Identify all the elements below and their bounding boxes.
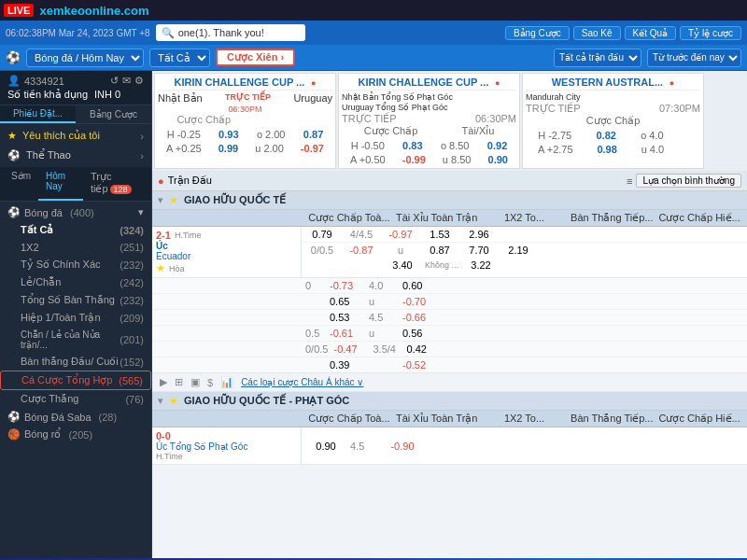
sao-ke-btn[interactable]: Sao Kê: [573, 26, 621, 40]
ket-qua-btn[interactable]: Kết Quả: [625, 26, 677, 40]
match-1-team1[interactable]: Úc: [156, 241, 297, 251]
sidebar-ban-thang[interactable]: Bàn thắng Đầu/ Cuối(152): [0, 353, 151, 371]
h11[interactable]: 0.79: [305, 229, 339, 240]
match-row-1: 2-1 H.Time Úc Ecuador ★ Hòa 0.79 4/4.5 -…: [152, 227, 747, 278]
sidebar-tong-so[interactable]: Tổng Số Bàn Thắng(232): [0, 291, 151, 309]
chon-binh-thuong-btn[interactable]: Lựa chọn bình thường: [636, 174, 741, 188]
h26[interactable]: 2.19: [501, 245, 535, 256]
tab-phieu-dat[interactable]: Phiếu Đặt...: [0, 105, 76, 123]
sub-odds-rows: 0 -0.73 4.0 0.60 0.65 u -0.70 0.53 4.5 -…: [152, 278, 747, 373]
sub-row4: 0.5 -0.61 u 0.56: [152, 326, 747, 342]
sidebar-1x2[interactable]: 1X2(251): [0, 239, 151, 256]
photo-icon[interactable]: ⊞: [175, 376, 183, 388]
sidebar-tabs: Phiếu Đặt... Bảng Cược: [0, 105, 151, 124]
soccer-ball-icon: ⚽: [6, 50, 21, 64]
saba-section-header[interactable]: ⚽ Bóng Đá Saba (28): [0, 408, 151, 426]
time-filter[interactable]: Từ trước đến nay: [647, 49, 741, 67]
match-2-team1[interactable]: Úc Tổng Số Phạt Góc: [156, 441, 297, 452]
sports-list: ⚽ Bóng đá (400) ▾ Tất Cả(324) 1X2(251) T…: [0, 202, 151, 445]
h24[interactable]: 0.87: [423, 245, 457, 256]
section1-star[interactable]: ★: [169, 194, 178, 206]
h23: u: [384, 245, 417, 256]
tab-som[interactable]: Sớm: [4, 167, 38, 201]
sidebar-ty-so[interactable]: Tỷ Số Chính Xác(232): [0, 256, 151, 273]
sidebar-ca-cuoc[interactable]: Cá Cược Tổng Hợp(565): [0, 371, 151, 390]
soccer-section-header[interactable]: ⚽ Bóng đá (400) ▾: [0, 203, 151, 221]
live-badge: LIVE: [4, 4, 34, 17]
section2-header: ▾ ★ GIAO HỮU QUỐC TẾ - PHẠT GÓC: [152, 392, 747, 411]
sidebar-cuoc-thang[interactable]: Cược Thắng(76): [0, 390, 151, 408]
match-filter[interactable]: Tất cả trận đấu: [554, 49, 641, 67]
nav-tabs: Sớm Hôm Nay Trực tiếp128: [0, 167, 151, 202]
dollar-icon[interactable]: $: [207, 377, 213, 388]
basketball-section-header[interactable]: 🏀 Bóng rổ (205): [0, 426, 151, 443]
main-content: KIRIN CHALLENGE CUP ... ● Nhật Bản TRỰC …: [152, 71, 747, 558]
match-col2: [156, 413, 305, 425]
bang-cuoc-btn[interactable]: Bảng Cược: [505, 26, 570, 40]
cuoc-xien-btn[interactable]: Cược Xiên ›: [216, 49, 295, 66]
sidebar-all[interactable]: Tất Cả(324): [0, 221, 151, 239]
h22[interactable]: -0.87: [345, 245, 378, 256]
ty-le-btn[interactable]: Tỷ lệ cược: [680, 26, 741, 40]
section1-header: ▾ ★ GIAO HỮU QUỐC TẾ: [152, 191, 747, 210]
sport-selector[interactable]: Bóng đá / Hôm Nay: [26, 49, 144, 67]
play-icon[interactable]: ▶: [160, 376, 167, 388]
live-card-2-row1: H -0.50 0.83 o 8.50 0.92: [342, 140, 516, 151]
sidebar-item-sports[interactable]: ⚽ Thể Thao ›: [0, 146, 151, 165]
h35[interactable]: 3.22: [464, 259, 498, 271]
search-box[interactable]: 🔍 one(1). Thank you!: [156, 24, 305, 41]
section2-expand[interactable]: ▾: [158, 395, 163, 407]
dot-icon: ●: [158, 175, 164, 187]
match-1-team2[interactable]: Ecuador: [156, 251, 297, 261]
account-id: 4334921: [24, 76, 64, 87]
cuoc-chap-hie-col: Cược Chấp Hiế...: [655, 212, 743, 224]
user-icon: 👤: [7, 75, 21, 87]
live-card-3: WESTERN AUSTRAL... ● Mandurah City TRỰC …: [522, 73, 704, 169]
header-right: Bảng Cược Sao Kê Kết Quả Tỷ lệ cược: [505, 26, 741, 40]
sidebar-item-favorites[interactable]: ★ Yêu thích của tôi ›: [0, 126, 151, 146]
tab-bang-cuoc[interactable]: Bảng Cược: [76, 105, 151, 123]
h14[interactable]: 1.53: [423, 229, 457, 240]
1x2-col: 1X2 To...: [481, 212, 569, 224]
live-card-1-teams: Nhật Bản TRỰC TIẾP Uruguay: [158, 92, 332, 105]
sports-label: Thể Thao: [26, 149, 71, 161]
h25[interactable]: 7.70: [462, 245, 496, 256]
h34[interactable]: 3.40: [386, 259, 419, 271]
match-2-odds: 0.90 4.5 -0.90: [302, 427, 747, 464]
match-row-2: 0-0 Úc Tổng Số Phạt Góc H.Time 0.90 4.5 …: [152, 427, 747, 465]
sidebar-chan-le[interactable]: Chẵn / Lẻ của Nửa trận/...(201): [0, 327, 151, 353]
live-dot-3: ●: [669, 78, 674, 88]
live-card-3-row2: A +2.75 0.98 u 4.0: [526, 144, 700, 155]
h15[interactable]: 2.96: [462, 229, 496, 240]
more-bets-link[interactable]: Các loại cược Châu Á khác ∨: [241, 377, 363, 387]
settings-icon[interactable]: ⚙: [134, 75, 144, 87]
tab-hom-nay[interactable]: Hôm Nay: [38, 167, 83, 201]
not-avail: Không ...: [425, 260, 458, 270]
search-text: one(1). Thank you!: [178, 27, 264, 38]
match-1-row2: 0/0.5 -0.87 u 0.87 7.70 2.19: [302, 243, 747, 258]
h13[interactable]: -0.97: [384, 229, 417, 240]
refresh-icon[interactable]: ↺: [110, 75, 119, 87]
chart-icon[interactable]: 📊: [220, 376, 233, 388]
match-1-star[interactable]: ★: [156, 262, 165, 274]
tab-truc-tiep[interactable]: Trực tiếp128: [83, 167, 148, 201]
col-headers-2: Cược Chấp Toà... Tài Xỉu Toàn Trận 1X2 T…: [152, 411, 747, 427]
filter-row: ● Trận Đấu ≡ Lựa chọn bình thường: [152, 171, 747, 191]
sidebar-hiep1[interactable]: Hiệp 1/Toàn Trận(209): [0, 309, 151, 327]
film-icon[interactable]: ▣: [190, 376, 200, 388]
mail-icon[interactable]: ✉: [122, 75, 131, 87]
basketball-label: Bóng rổ: [24, 428, 61, 441]
tai-xiu-col: Tài Xỉu Toàn Trận: [393, 212, 481, 224]
section1-expand[interactable]: ▾: [158, 194, 163, 206]
section2-star[interactable]: ★: [169, 395, 178, 407]
match-2-time: H.Time: [156, 452, 297, 461]
sub-row2: 0.65 u -0.70: [152, 294, 747, 310]
live-card-1-odds-header: Cược Chấp: [158, 114, 332, 126]
soccer-icon: ⚽: [7, 206, 21, 218]
bet-type-selector[interactable]: Tất Cả: [149, 49, 210, 67]
match-1-info: 2-1 H.Time Úc Ecuador ★ Hòa: [152, 227, 302, 277]
sub-row3: 0.53 4.5 -0.66: [152, 310, 747, 326]
match-1-odds: 0.79 4/4.5 -0.97 1.53 2.96 0/0.5 -0.87 u…: [302, 227, 747, 277]
account-info: 👤 4334921 ↺ ✉ ⚙ Số tiền khả dụng INH 0: [0, 71, 151, 105]
sidebar-le-chan[interactable]: Lẻ/Chẵn(242): [0, 273, 151, 291]
